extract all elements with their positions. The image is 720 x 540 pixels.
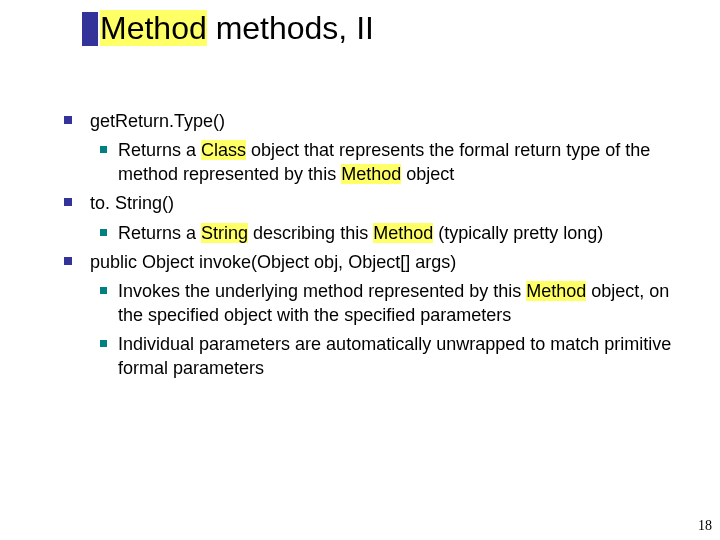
bullet-l1: public Object invoke(Object obj, Object[…: [60, 251, 680, 274]
bullet-l1: to. String(): [60, 192, 680, 215]
title-bar: Method methods, II: [82, 12, 374, 46]
bullet-text: Invokes the underlying method represente…: [118, 281, 669, 324]
title-rest: methods, II: [207, 10, 374, 46]
bullet-square-small-icon: [100, 287, 107, 294]
bullet-l2: Individual parameters are automatically …: [60, 333, 680, 380]
bullet-l2: Returns a Class object that represents t…: [60, 139, 680, 186]
bullet-l2: Returns a String describing this Method …: [60, 222, 680, 245]
slide-title: Method methods, II: [100, 12, 374, 46]
bullet-square-icon: [64, 257, 72, 265]
bullet-l1: getReturn.Type(): [60, 110, 680, 133]
bullet-square-small-icon: [100, 229, 107, 236]
bullet-text: Individual parameters are automatically …: [118, 334, 671, 377]
bullet-text: to. String(): [90, 193, 174, 213]
bullet-square-small-icon: [100, 146, 107, 153]
slide: Method methods, II getReturn.Type() Retu…: [0, 0, 720, 540]
bullet-l2: Invokes the underlying method represente…: [60, 280, 680, 327]
bullet-text: Returns a Class object that represents t…: [118, 140, 650, 183]
bullet-square-small-icon: [100, 340, 107, 347]
bullet-square-icon: [64, 198, 72, 206]
slide-body: getReturn.Type() Returns a Class object …: [60, 110, 680, 386]
bullet-text: public Object invoke(Object obj, Object[…: [90, 252, 456, 272]
title-highlight: Method: [100, 10, 207, 46]
page-number: 18: [698, 518, 712, 534]
bullet-square-icon: [64, 116, 72, 124]
bullet-text: Returns a String describing this Method …: [118, 223, 603, 243]
bullet-text: getReturn.Type(): [90, 111, 225, 131]
